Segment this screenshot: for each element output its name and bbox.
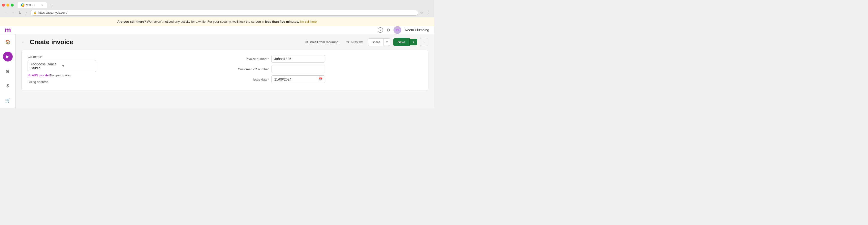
avatar: RP	[394, 26, 401, 34]
page-title: Create invoice	[30, 38, 73, 46]
sidebar-item-money[interactable]: $	[3, 81, 13, 91]
tab-label: MYOB	[26, 3, 34, 7]
share-button-group: Share ▼	[368, 38, 390, 46]
form-row: Customer* Footloose Dance Studio ▼ No AB…	[28, 55, 422, 86]
url-text: https://app.myob.com/	[38, 11, 415, 14]
notification-bold-2: less than five minutes.	[265, 20, 299, 24]
date-input-wrapper: 📅	[271, 75, 325, 83]
preview-icon: 👁	[346, 40, 350, 44]
no-abn-text: No ABN provided	[28, 74, 50, 77]
form-right: Invoice number* Customer PO number I	[230, 55, 422, 86]
invoice-page: ← Create invoice ⊕ Prefill from recurrin…	[16, 34, 434, 108]
app-header: m ? ⚙ RP Reem Plumbing	[0, 26, 434, 34]
notification-bold-1: Are you still there?	[117, 20, 146, 24]
invoice-actions: ⊕ Prefill from recurring 👁 Preview Share…	[303, 38, 428, 46]
dollar-icon: $	[6, 84, 9, 89]
issue-date-row: Issue date* 📅	[230, 75, 422, 83]
app-layout: m ? ⚙ RP Reem Plumbing 🏠 ▶ ⊕ $	[0, 26, 434, 107]
home-button[interactable]: ⌂	[24, 10, 28, 15]
traffic-lights	[2, 4, 14, 7]
myob-logo: m	[5, 26, 11, 34]
issue-date-input[interactable]	[271, 75, 325, 83]
sidebar: 🏠 ▶ ⊕ $ 🛒	[0, 34, 16, 108]
invoice-number-input[interactable]	[271, 55, 325, 63]
back-button[interactable]: ←	[3, 10, 8, 15]
save-main-button[interactable]: Save	[393, 38, 410, 46]
abn-notice: No ABN providedNo open quotes	[28, 74, 220, 77]
active-tab[interactable]: G MYOB ✕	[18, 2, 47, 8]
chevron-down-icon: ▼	[62, 64, 93, 68]
invoice-number-label: Invoice number*	[230, 57, 269, 61]
save-button-group: Save ▼	[393, 38, 417, 46]
sidebar-item-expand[interactable]: ▶	[3, 52, 13, 62]
sidebar-item-cart[interactable]: 🛒	[3, 96, 13, 105]
invoice-number-row: Invoice number*	[230, 55, 422, 63]
sidebar-item-home[interactable]: 🏠	[3, 37, 13, 47]
preview-button[interactable]: 👁 Preview	[344, 38, 365, 45]
chevron-down-icon: ▼	[386, 41, 388, 43]
prefill-icon: ⊕	[305, 40, 308, 44]
close-traffic-light[interactable]	[2, 4, 5, 7]
expand-icon: ▶	[6, 55, 9, 59]
minimize-traffic-light[interactable]	[6, 4, 9, 7]
company-name: Reem Plumbing	[405, 28, 429, 32]
chevron-down-icon: ▼	[412, 41, 414, 43]
maximize-traffic-light[interactable]	[11, 4, 14, 7]
share-main-button[interactable]: Share	[368, 38, 384, 45]
more-options-button[interactable]: ···	[420, 38, 428, 46]
prefill-from-recurring-button[interactable]: ⊕ Prefill from recurring	[303, 38, 341, 45]
main-layout: 🏠 ▶ ⊕ $ 🛒 ← Create invoice	[0, 34, 434, 108]
forward-button[interactable]: →	[10, 10, 16, 15]
header-actions: ? ⚙ RP Reem Plumbing	[378, 26, 429, 34]
tab-bar: G MYOB ✕ +	[0, 0, 434, 8]
lock-icon: 🔒	[33, 11, 37, 14]
address-bar-row: ← → ↻ ⌂ 🔒 https://app.myob.com/ ☆ ⋮	[0, 8, 434, 17]
browser-menu-button[interactable]: ⋮	[425, 10, 431, 15]
gear-icon: ⚙	[386, 28, 390, 33]
notification-text: Are you still there? We haven't noticed …	[117, 20, 317, 24]
browser-chrome: G MYOB ✕ + ← → ↻ ⌂ 🔒 https://app.myob.co…	[0, 0, 434, 17]
im-still-here-link[interactable]: I'm still here	[300, 20, 317, 24]
back-button[interactable]: ←	[22, 39, 26, 45]
help-icon: ?	[378, 27, 383, 33]
bookmark-button[interactable]: ☆	[420, 11, 423, 14]
google-favicon: G	[21, 3, 24, 7]
customer-po-row: Customer PO number	[230, 65, 422, 73]
customer-required-marker: *	[41, 55, 42, 59]
customer-value: Footloose Dance Studio	[31, 62, 62, 70]
share-dropdown-button[interactable]: ▼	[384, 39, 390, 45]
customer-field-label: Customer*	[28, 55, 220, 59]
customer-label-text: Customer	[28, 55, 41, 59]
add-icon: ⊕	[6, 68, 10, 74]
prefill-label: Prefill from recurring	[310, 40, 338, 44]
invoice-header: ← Create invoice ⊕ Prefill from recurrin…	[16, 34, 434, 50]
billing-address-label: Billing address	[28, 80, 220, 84]
tab-close-button[interactable]: ✕	[41, 4, 43, 7]
preview-label: Preview	[351, 40, 363, 44]
notification-text-2: We haven't noticed any activity for a wh…	[147, 20, 265, 24]
invoice-form: Customer* Footloose Dance Studio ▼ No AB…	[22, 50, 428, 91]
content-area: ← Create invoice ⊕ Prefill from recurrin…	[16, 34, 434, 108]
customer-po-input[interactable]	[271, 65, 325, 73]
notification-banner: Are you still there? We haven't noticed …	[0, 17, 434, 26]
save-dropdown-button[interactable]: ▼	[410, 39, 417, 45]
help-button[interactable]: ?	[378, 27, 383, 33]
no-quotes-text: No open quotes	[50, 74, 71, 77]
home-icon: 🏠	[5, 39, 10, 45]
form-left: Customer* Footloose Dance Studio ▼ No AB…	[28, 55, 220, 86]
settings-button[interactable]: ⚙	[386, 28, 390, 33]
customer-select[interactable]: Footloose Dance Studio ▼	[28, 60, 96, 72]
sidebar-item-add[interactable]: ⊕	[3, 66, 13, 76]
reload-button[interactable]: ↻	[18, 10, 23, 15]
customer-po-label: Customer PO number	[230, 67, 269, 71]
cart-icon: 🛒	[5, 98, 10, 103]
address-bar[interactable]: 🔒 https://app.myob.com/	[30, 10, 418, 15]
issue-date-label: Issue date*	[230, 77, 269, 81]
new-tab-button[interactable]: +	[48, 2, 54, 8]
